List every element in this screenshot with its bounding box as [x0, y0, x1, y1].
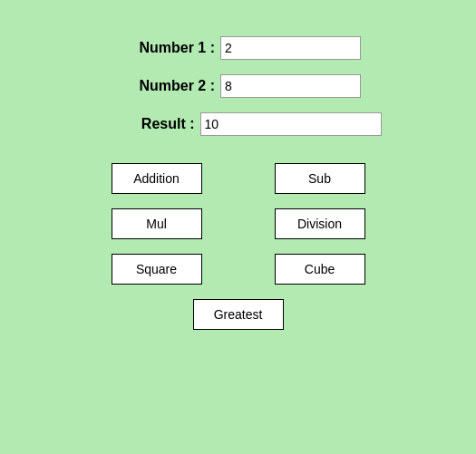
- mul-button[interactable]: Mul: [112, 208, 202, 239]
- buttons-area: Addition Sub Mul Division Square Cube Gr…: [54, 163, 422, 330]
- button-row-2: Mul Division: [112, 208, 365, 239]
- button-row-1: Addition Sub: [112, 163, 365, 194]
- button-row-4: Greatest: [193, 299, 284, 330]
- number1-input[interactable]: [220, 36, 361, 60]
- addition-button[interactable]: Addition: [112, 163, 202, 194]
- number1-label: Number 1 :: [115, 40, 215, 56]
- result-row: Result :: [54, 112, 422, 136]
- greatest-button[interactable]: Greatest: [193, 299, 284, 330]
- cube-button[interactable]: Cube: [275, 254, 365, 285]
- division-button[interactable]: Division: [275, 208, 365, 239]
- button-row-3: Square Cube: [112, 254, 365, 285]
- number1-row: Number 1 :: [54, 36, 422, 60]
- result-input[interactable]: [200, 112, 382, 136]
- number2-row: Number 2 :: [54, 74, 422, 98]
- main-container: Number 1 : Number 2 : Result : Addition …: [0, 0, 476, 366]
- number2-label: Number 2 :: [115, 78, 215, 94]
- square-button[interactable]: Square: [112, 254, 202, 285]
- number2-input[interactable]: [220, 74, 361, 98]
- sub-button[interactable]: Sub: [275, 163, 365, 194]
- result-label: Result :: [95, 116, 195, 132]
